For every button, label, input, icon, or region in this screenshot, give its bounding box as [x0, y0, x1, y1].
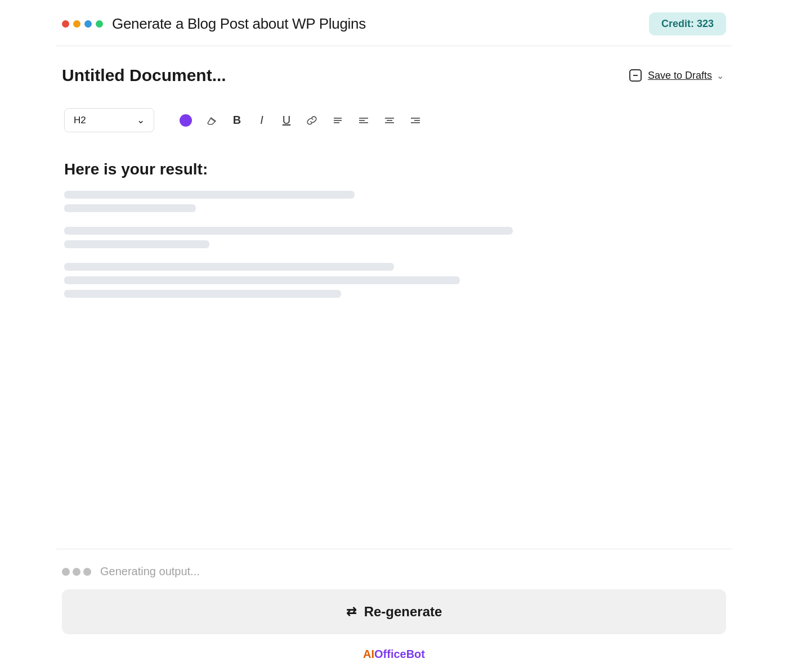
- dots-container: [62, 20, 103, 28]
- eraser-button[interactable]: [201, 111, 222, 130]
- brand-first: AI: [363, 648, 374, 660]
- header-left: Generate a Blog Post about WP Plugins: [62, 15, 366, 33]
- dot-red: [62, 20, 69, 28]
- italic-icon: I: [260, 114, 263, 127]
- skeleton-spacer: [64, 254, 724, 257]
- header: Generate a Blog Post about WP Plugins Cr…: [56, 0, 732, 46]
- generating-text: Generating output...: [100, 565, 200, 578]
- app-container: Generate a Blog Post about WP Plugins Cr…: [56, 0, 732, 672]
- chevron-down-icon: ⌄: [717, 70, 724, 81]
- italic-button[interactable]: I: [252, 110, 272, 130]
- regenerate-label: Re-generate: [364, 604, 442, 620]
- align-center-icon: [383, 114, 396, 127]
- save-icon: [628, 68, 643, 83]
- skeleton-line: [64, 290, 341, 298]
- list-icon: [332, 114, 344, 127]
- footer: AIOfficeBot: [56, 634, 732, 672]
- color-button[interactable]: [175, 111, 196, 130]
- dot-orange: [73, 20, 80, 28]
- generating-area: Generating output...: [56, 549, 732, 589]
- save-drafts-label: Save to Drafts: [648, 70, 712, 82]
- credit-badge: Credit: 323: [649, 12, 726, 35]
- toolbar-divider: [164, 112, 165, 129]
- align-center-button[interactable]: [379, 111, 400, 130]
- align-left-button[interactable]: [353, 111, 374, 130]
- toolbar: H2 ⌄ B I U: [62, 104, 726, 137]
- heading-selector[interactable]: H2 ⌄: [64, 108, 154, 132]
- content-area: Here is your result:: [62, 155, 726, 303]
- gen-dot-1: [62, 568, 70, 576]
- doc-header: Untitled Document... Save to Drafts ⌄: [62, 63, 726, 88]
- skeleton-line: [64, 276, 460, 284]
- align-right-button[interactable]: [405, 111, 426, 130]
- heading-chevron-icon: ⌄: [137, 114, 145, 126]
- color-dot: [180, 114, 192, 127]
- header-title: Generate a Blog Post about WP Plugins: [112, 15, 366, 33]
- doc-title: Untitled Document...: [62, 66, 226, 85]
- eraser-icon: [205, 114, 218, 127]
- document-area: Untitled Document... Save to Drafts ⌄ H2…: [56, 46, 732, 543]
- skeleton-line: [64, 227, 513, 235]
- dot-blue: [84, 20, 92, 28]
- link-icon: [306, 114, 318, 127]
- skeleton-line: [64, 240, 209, 248]
- dot-green: [96, 20, 103, 28]
- heading-value: H2: [74, 115, 86, 126]
- skeleton-line: [64, 263, 394, 271]
- brand-second: OfficeBot: [374, 648, 425, 660]
- align-right-icon: [409, 114, 422, 127]
- bold-icon: B: [233, 114, 241, 127]
- arrows-icon: ⇄: [346, 604, 356, 619]
- save-drafts-button[interactable]: Save to Drafts ⌄: [625, 63, 726, 88]
- result-heading: Here is your result:: [64, 160, 724, 178]
- generating-dots: [62, 568, 91, 576]
- regenerate-button[interactable]: ⇄ Re-generate: [62, 589, 726, 634]
- bold-button[interactable]: B: [227, 110, 247, 130]
- skeleton-line: [64, 204, 196, 212]
- align-left-icon: [357, 114, 370, 127]
- underline-icon: U: [283, 114, 290, 127]
- gen-dot-2: [73, 568, 80, 576]
- skeleton-spacer: [64, 218, 724, 221]
- skeleton-lines: [64, 191, 724, 298]
- skeleton-line: [64, 191, 355, 199]
- link-button[interactable]: [301, 111, 323, 130]
- list-button[interactable]: [327, 111, 348, 130]
- underline-button[interactable]: U: [276, 110, 297, 130]
- gen-dot-3: [83, 568, 91, 576]
